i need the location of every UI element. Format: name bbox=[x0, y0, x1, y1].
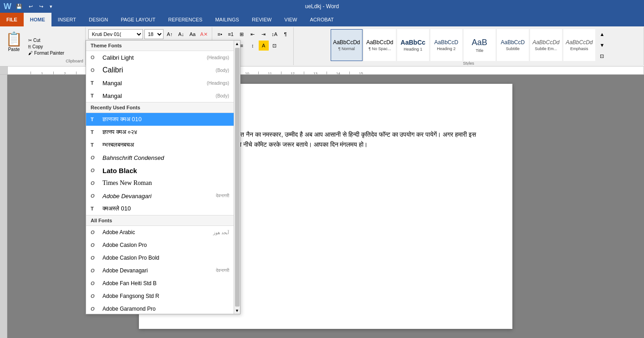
style-emphasis[interactable]: AaBbCcDd Emphasis bbox=[563, 29, 595, 61]
copy-button[interactable]: ⎘ Copy bbox=[27, 44, 66, 50]
cut-button[interactable]: ✂ Cut bbox=[27, 37, 66, 43]
style-heading2[interactable]: AaBbCcD Heading 2 bbox=[430, 29, 462, 61]
font-size-selector[interactable]: 18 bbox=[144, 29, 164, 39]
font-item-adobe-caslon-bold[interactable]: O Adobe Caslon Pro Bold bbox=[86, 251, 234, 264]
tab-mailings[interactable]: MAILINGS bbox=[209, 13, 245, 26]
word-icon: W bbox=[4, 2, 11, 11]
style-title[interactable]: AaB Title bbox=[464, 29, 496, 61]
tab-design[interactable]: DESIGN bbox=[82, 13, 114, 26]
tab-page-layout[interactable]: PAGE LAYOUT bbox=[114, 13, 162, 26]
font-item-adobe-caslon[interactable]: O Adobe Caslon Pro bbox=[86, 239, 234, 251]
change-case-button[interactable]: Aa bbox=[188, 29, 198, 39]
tab-home[interactable]: HOME bbox=[24, 13, 51, 26]
font-item-lato[interactable]: O Lato Black bbox=[86, 164, 234, 177]
font-item-adobe-arabic[interactable]: O Adobe Arabic آیجد هوز bbox=[86, 226, 234, 239]
tab-review[interactable]: REVIEW bbox=[245, 13, 278, 26]
font-list[interactable]: Theme Fonts O Calibri Light (Headings) O… bbox=[86, 41, 234, 314]
font-item-bahnschrift[interactable]: O Bahnschrift Condensed bbox=[86, 151, 234, 164]
ruler-mark-14: 14 bbox=[327, 72, 349, 74]
font-item-mangal-body[interactable]: T Mangal (Body) bbox=[86, 89, 234, 102]
font-dropdown[interactable]: Theme Fonts O Calibri Light (Headings) O… bbox=[86, 40, 240, 314]
font-tag-adobe-arabic: آیجد هوز bbox=[213, 230, 229, 235]
theme-fonts-header: Theme Fonts bbox=[86, 41, 234, 51]
ruler-mark-12: 12 bbox=[281, 72, 304, 74]
shading-button[interactable]: A bbox=[259, 41, 269, 51]
tab-view[interactable]: VIEW bbox=[278, 13, 303, 26]
font-item-adobe-garamond[interactable]: O Adobe Garamond Pro bbox=[86, 302, 234, 314]
styles-scroll-down[interactable]: ▼ bbox=[597, 40, 607, 50]
font-type-mangal-b: T bbox=[91, 93, 94, 98]
numbering-button[interactable]: ≡1 bbox=[226, 29, 236, 39]
clear-formatting-button[interactable]: A✕ bbox=[199, 29, 209, 39]
styles-scroll-controls: ▲ ▼ ⊡ bbox=[597, 29, 607, 61]
font-name-adobe-fanheiti: Adobe Fan Heiti Std B bbox=[102, 280, 157, 287]
styles-scroll-up[interactable]: ▲ bbox=[597, 29, 607, 39]
save-button[interactable]: 💾 bbox=[14, 3, 24, 10]
font-name-adobe-fangsong: Adobe Fangsong Std R bbox=[102, 293, 159, 299]
borders-button[interactable]: ⊡ bbox=[270, 41, 280, 51]
font-type-kruti-m: T bbox=[91, 142, 94, 148]
scrollbar-down-arrow[interactable]: ▼ bbox=[234, 307, 240, 314]
clipboard-label: Clipboard bbox=[66, 59, 83, 64]
tab-insert[interactable]: INSERT bbox=[51, 13, 82, 26]
font-item-adobe-fangsong[interactable]: O Adobe Fangsong Std R bbox=[86, 290, 234, 302]
scrollbar-thumb[interactable] bbox=[235, 48, 240, 307]
bullets-button[interactable]: ≡• bbox=[215, 29, 225, 39]
style-subtitle-label: Subtitle bbox=[506, 46, 520, 51]
style-no-spacing[interactable]: AaBbCcDd ¶ No Spac... bbox=[364, 29, 396, 61]
sort-button[interactable]: ↕A bbox=[270, 29, 280, 39]
font-item-kruti-024[interactable]: T ज्ञत्नप क्मअ ०२४ bbox=[86, 126, 234, 138]
format-painter-button[interactable]: 🖌 Format Painter bbox=[27, 50, 66, 56]
font-type-mangal-h: T bbox=[91, 80, 94, 86]
styles-items: AaBbCcDd ¶ Normal AaBbCcDd ¶ No Spac... … bbox=[330, 29, 607, 61]
undo-button[interactable]: ↩ bbox=[27, 3, 35, 10]
all-fonts-header: All Fonts bbox=[86, 215, 234, 226]
style-emphasis-preview: AaBbCcDd bbox=[566, 39, 593, 46]
increase-indent-button[interactable]: ⇥ bbox=[259, 29, 269, 39]
style-normal[interactable]: AaBbCcDd ¶ Normal bbox=[331, 29, 363, 61]
tab-acrobat[interactable]: ACROBAT bbox=[303, 13, 340, 26]
font-item-adobe-fanheiti[interactable]: O Adobe Fan Heiti Std B bbox=[86, 277, 234, 290]
font-selector[interactable]: Kruti Dev 01( bbox=[88, 29, 143, 39]
font-item-kruti-asle[interactable]: T क्मअस्ले 010 bbox=[86, 202, 234, 215]
styles-group: AaBbCcDd ¶ Normal AaBbCcDd ¶ No Spac... … bbox=[294, 27, 644, 65]
font-dropdown-scrollbar[interactable]: ▲ ▼ bbox=[234, 41, 240, 314]
font-type-adobe-dev-r: O bbox=[91, 193, 95, 199]
tab-references[interactable]: REFERENCES bbox=[162, 13, 209, 26]
customize-qat-button[interactable]: ▾ bbox=[48, 3, 54, 10]
ruler-mark-11: 11 bbox=[258, 72, 281, 74]
show-formatting-button[interactable]: ¶ bbox=[281, 29, 291, 39]
font-item-adobe-dev-recent[interactable]: O Adobe Devanagari देवनागरी bbox=[86, 189, 234, 202]
style-subtle-em[interactable]: AaBbCcDd Subtle Em... bbox=[530, 29, 562, 61]
para-row-1: ≡• ≡1 ⊞ ⇤ ⇥ ↕A ¶ bbox=[215, 29, 291, 39]
style-subtitle[interactable]: AaBbCcD Subtitle bbox=[497, 29, 529, 61]
styles-more[interactable]: ⊡ bbox=[597, 51, 607, 61]
font-type-kruti-010: T bbox=[91, 117, 94, 122]
increase-font-button[interactable]: A↑ bbox=[165, 29, 175, 39]
tab-file[interactable]: FILE bbox=[0, 13, 24, 26]
scissors-icon: ✂ bbox=[28, 38, 32, 43]
style-normal-label: ¶ Normal bbox=[338, 46, 355, 51]
style-heading1[interactable]: AaBbCc Heading 1 bbox=[397, 29, 429, 61]
font-item-kruti-m[interactable]: T म्भस्बलबनबचअ bbox=[86, 138, 234, 151]
font-item-calibri-light[interactable]: O Calibri Light (Headings) bbox=[86, 51, 234, 64]
font-item-calibri[interactable]: O Calibri (Body) bbox=[86, 64, 234, 77]
decrease-font-button[interactable]: A↓ bbox=[176, 29, 186, 39]
recently-used-header: Recently Used Fonts bbox=[86, 102, 234, 113]
style-subtleem-preview: AaBbCcDd bbox=[532, 39, 559, 46]
font-item-kruti-010[interactable]: T ज्ञत्नजप क्मअ 010 bbox=[86, 113, 234, 126]
font-tag-mangal-b: (Body) bbox=[216, 93, 229, 98]
paste-button[interactable]: 📋 Paste bbox=[2, 29, 26, 64]
font-item-mangal-headings[interactable]: T Mangal (Headings) bbox=[86, 77, 234, 89]
scrollbar-up-arrow[interactable]: ▲ bbox=[234, 41, 240, 47]
font-item-times[interactable]: O Times New Roman bbox=[86, 177, 234, 189]
font-type-adobe-fanheiti: O bbox=[91, 281, 95, 286]
line-spacing-button[interactable]: ↕ bbox=[248, 41, 258, 51]
redo-button[interactable]: ↪ bbox=[37, 3, 45, 10]
decrease-indent-button[interactable]: ⇤ bbox=[248, 29, 258, 39]
style-subtleem-label: Subtle Em... bbox=[535, 46, 557, 51]
font-item-adobe-dev-all[interactable]: O Adobe Devanagari देवनागरी bbox=[86, 264, 234, 277]
multilevel-list-button[interactable]: ⊞ bbox=[237, 29, 247, 39]
font-dropdown-inner: Theme Fonts O Calibri Light (Headings) O… bbox=[86, 41, 240, 314]
style-emphasis-label: Emphasis bbox=[570, 46, 588, 51]
